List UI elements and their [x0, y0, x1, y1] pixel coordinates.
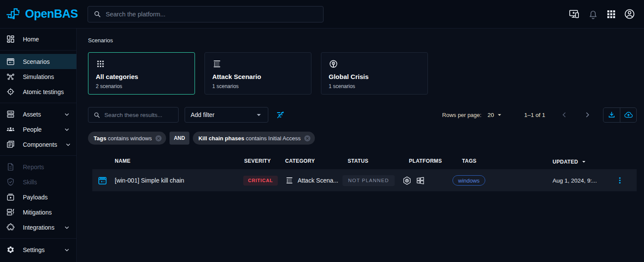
apps-menu-icon[interactable]	[606, 9, 616, 19]
column-header-status[interactable]: STATUS	[348, 158, 368, 164]
sidebar: Home Scenarios Simulations	[0, 28, 77, 262]
sidebar-item-label: Payloads	[23, 194, 48, 201]
column-header-tags[interactable]: TAGS	[462, 158, 477, 164]
sidebar-item-label: Components	[23, 141, 57, 148]
payload-subscriptions-icon	[6, 193, 15, 202]
sidebar-item-label: Settings	[23, 246, 45, 253]
sidebar-item-label: Skills	[23, 179, 37, 186]
category-card-global-crisis[interactable]: Global Crisis 1 scenarios	[321, 52, 428, 95]
search-icon	[93, 10, 101, 18]
topbar: OpenBAS	[0, 0, 644, 28]
search-icon	[93, 111, 101, 119]
category-label: Attack Scena...	[298, 177, 338, 184]
breadcrumb: Scenarios	[88, 37, 113, 44]
sidebar-item-simulations[interactable]: Simulations	[0, 69, 76, 84]
sidebar-item-scenarios[interactable]: Scenarios	[0, 54, 76, 69]
row-menu-kebab-icon[interactable]	[615, 169, 625, 192]
updated-date: Aug 1, 2024, 9:...	[553, 169, 597, 192]
scenarios-table: NAME SEVERITY CATEGORY STATUS PLATFORMS …	[92, 155, 637, 192]
status-badge: NOT PLANNED	[342, 175, 395, 186]
rows-per-page-select[interactable]: 20	[487, 111, 503, 119]
column-header-category[interactable]: CATEGORY	[285, 158, 315, 164]
scenario-movie-icon	[97, 169, 107, 192]
sidebar-divider	[0, 155, 76, 156]
gear-icon	[6, 245, 15, 254]
logo-text: OpenBAS	[25, 7, 78, 21]
sort-desc-icon	[580, 158, 587, 165]
remove-filter-icon[interactable]	[303, 134, 311, 142]
sidebar-item-assets[interactable]: Assets	[0, 107, 76, 122]
next-page-icon[interactable]	[583, 110, 592, 119]
global-crisis-icon	[329, 59, 420, 69]
table-header: NAME SEVERITY CATEGORY STATUS PLATFORMS …	[92, 155, 637, 169]
tags-cell: windows	[452, 169, 485, 192]
column-header-severity[interactable]: SEVERITY	[244, 158, 271, 164]
chevron-down-icon	[65, 141, 72, 148]
sidebar-item-settings[interactable]: Settings	[0, 242, 76, 257]
sidebar-item-label: Mitigations	[23, 209, 52, 216]
previous-page-icon[interactable]	[560, 110, 569, 119]
column-header-updated[interactable]: UPDATED	[553, 158, 587, 165]
openbas-logo-icon	[5, 6, 22, 23]
column-header-platforms[interactable]: PLATFORMS	[409, 158, 442, 164]
results-search	[88, 107, 179, 123]
severity-cell: CRITICAL	[243, 169, 278, 192]
account-avatar-icon[interactable]	[624, 8, 635, 20]
category-card-all[interactable]: All categories 2 scenarios	[88, 52, 195, 95]
sidebar-item-mitigations[interactable]: Mitigations	[0, 205, 76, 220]
sidebar-item-integrations[interactable]: Integrations	[0, 220, 76, 235]
category-cards: All categories 2 scenarios Attack Scenar…	[88, 52, 428, 95]
sidebar-item-label: Atomic testings	[23, 88, 64, 95]
column-header-name[interactable]: NAME	[115, 158, 131, 164]
active-filters: Tags contains windows AND Kill chain pha…	[88, 132, 315, 145]
notifications-bell-icon[interactable]	[587, 9, 599, 20]
rows-per-page-label: Rows per page:	[442, 112, 481, 118]
list-toolbar: Add filter Rows per page: 20 1–1 of 1	[88, 107, 637, 123]
chevron-down-icon	[63, 111, 70, 118]
category-cell: Attack Scena...	[285, 169, 338, 192]
filter-chip-kill-chain[interactable]: Kill chain phases contains Initial Acces…	[193, 132, 315, 145]
results-search-input[interactable]	[104, 112, 173, 118]
rows-per-page-value: 20	[487, 112, 494, 118]
filter-chip-tags[interactable]: Tags contains windows	[88, 132, 166, 145]
agentic-devices-icon[interactable]	[569, 8, 580, 20]
windows-platform-icon	[415, 176, 425, 186]
table-row-scenario[interactable]: [win-001] Simple kill chain CRITICAL Att…	[92, 169, 637, 192]
platform-search-input[interactable]	[106, 11, 318, 18]
caret-down-icon	[496, 111, 503, 119]
status-cell: NOT PLANNED	[342, 169, 395, 192]
sidebar-item-label: Assets	[23, 111, 41, 118]
filter-operator-chip[interactable]: AND	[170, 132, 189, 145]
stacked-components-icon	[6, 140, 15, 149]
category-card-title: Global Crisis	[329, 73, 420, 80]
openbas-logo[interactable]: OpenBAS	[0, 6, 81, 23]
cloud-upload-button[interactable]	[620, 108, 636, 122]
puzzle-extension-icon	[6, 223, 15, 232]
download-export-button[interactable]	[603, 108, 620, 122]
platform-search	[88, 6, 324, 22]
sidebar-divider	[0, 103, 76, 103]
add-filter-select[interactable]: Add filter	[185, 107, 268, 123]
remove-filter-icon[interactable]	[154, 134, 163, 142]
filter-chip-text: Tags contains windows	[94, 135, 152, 142]
dynamic-form-icon	[6, 208, 15, 217]
sidebar-item-skills: Skills	[0, 174, 76, 189]
sidebar-item-label: Scenarios	[23, 58, 50, 65]
sidebar-item-people[interactable]: People	[0, 122, 76, 137]
category-card-attack-scenario[interactable]: Attack Scenario 1 scenarios	[204, 52, 311, 95]
platforms-cell	[402, 169, 425, 192]
sidebar-item-payloads[interactable]: Payloads	[0, 189, 76, 205]
pagination-range: 1–1 of 1	[524, 112, 545, 118]
sidebar-item-atomic-testings[interactable]: Atomic testings	[0, 84, 76, 99]
caret-down-icon	[254, 110, 264, 120]
sidebar-divider	[0, 50, 76, 51]
category-card-count: 2 scenarios	[96, 83, 187, 89]
sidebar-item-home[interactable]: Home	[0, 32, 76, 47]
sidebar-item-components[interactable]: Components	[0, 137, 76, 152]
clear-filters-icon[interactable]	[276, 110, 285, 120]
dashboard-icon	[6, 35, 15, 44]
main-content: Scenarios All categories 2 scenarios	[77, 28, 644, 262]
apps-grid-icon	[96, 59, 187, 69]
tag-chip-windows[interactable]: windows	[452, 175, 485, 186]
hexagon-badge-platform-icon	[402, 176, 412, 186]
